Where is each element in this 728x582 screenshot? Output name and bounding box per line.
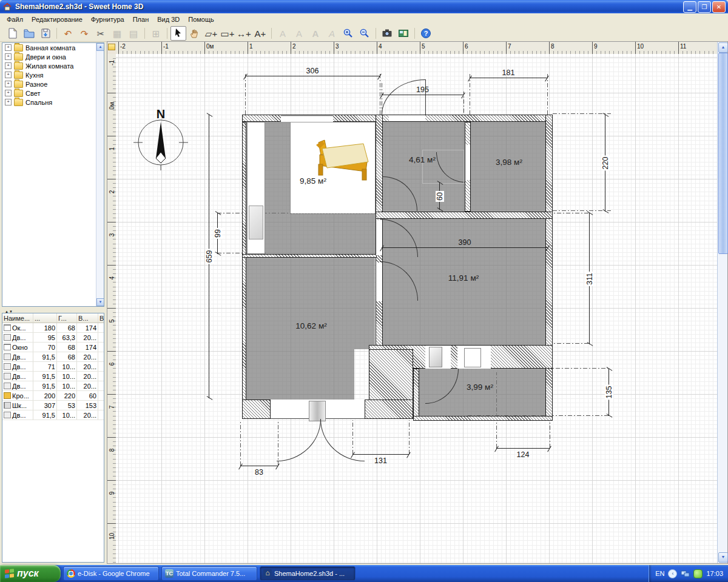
visible-checkbox[interactable]: ✔ [104, 392, 104, 400]
scroll-down-icon[interactable]: ▼ [96, 298, 104, 306]
sidebar-item-category[interactable]: +Кухня [2, 70, 104, 79]
zoom-out-button[interactable] [357, 26, 372, 41]
scroll-down-icon[interactable]: ▼ [718, 552, 728, 563]
room-area-label[interactable]: 9,85 м² [300, 176, 326, 186]
hide-icons-button[interactable]: ‹ [668, 569, 677, 578]
dimension[interactable]: 311 [589, 213, 590, 344]
table-row[interactable]: Дв...91,510...20...✔ [2, 372, 104, 381]
network-icon[interactable] [681, 569, 690, 578]
table-row[interactable]: Ок...18068174✔ [2, 323, 104, 333]
video-button[interactable] [396, 26, 411, 41]
visible-checkbox[interactable]: ✔ [104, 324, 104, 332]
wall-segment[interactable] [365, 400, 413, 419]
table-row[interactable]: Шк...30753153✔ [2, 401, 104, 410]
sidebar-item-category[interactable]: +Жилая комната [2, 61, 104, 70]
room-area-label[interactable]: 4,61 м² [409, 155, 436, 164]
dimension[interactable]: 659 [209, 115, 209, 398]
menu-item[interactable]: Файл [2, 15, 27, 24]
expand-toggle-icon[interactable]: + [5, 81, 12, 87]
wall-segment[interactable] [376, 212, 553, 219]
wall-segment[interactable] [413, 416, 553, 421]
menu-item[interactable]: Фурнитура [87, 15, 129, 24]
increase-text-style-button[interactable]: A [291, 26, 307, 41]
photo-button[interactable] [379, 26, 395, 41]
plan-canvas[interactable]: N [116, 54, 718, 563]
cut-button[interactable]: ✂ [93, 26, 109, 41]
updater-icon[interactable] [693, 569, 703, 578]
column-header[interactable]: ... [33, 313, 57, 323]
compass-rose[interactable]: N [133, 105, 189, 173]
table-row[interactable]: Дв...91,510...20...✔ [2, 381, 104, 391]
create-walls-button[interactable]: ▱+ [203, 26, 219, 41]
dimension[interactable]: 181 [470, 78, 547, 78]
catalog-scrollbar[interactable]: ▲ ▼ [96, 43, 104, 306]
visible-checkbox[interactable]: ✔ [104, 382, 104, 390]
help-button[interactable]: ? [418, 26, 434, 41]
close-button[interactable]: ✕ [712, 1, 726, 13]
furniture[interactable] [249, 206, 263, 239]
wall-segment[interactable] [242, 400, 271, 419]
wall-segment[interactable] [242, 122, 246, 401]
create-dimensions-button[interactable]: ↔+ [236, 26, 252, 41]
sidebar-item-category[interactable]: +Спальня [2, 98, 104, 107]
table-row[interactable]: Кро...20022060✔ [2, 391, 104, 401]
visible-checkbox[interactable]: ✔ [104, 353, 104, 361]
taskbar-task[interactable]: ⌂ShemaHome2.sh3d - ... [260, 566, 356, 581]
sidebar-item-category[interactable]: +Двери и окна [2, 52, 104, 61]
expand-toggle-icon[interactable]: + [5, 99, 12, 105]
dimension[interactable]: 135 [608, 369, 609, 416]
table-row[interactable]: Дв...91,56820...✔ [2, 352, 104, 362]
room-area-label[interactable]: 10,62 м² [295, 321, 326, 330]
column-header[interactable]: Наиме... [2, 313, 33, 323]
taskbar-task[interactable]: e-Disk - Google Chrome [63, 566, 159, 581]
dimension[interactable]: 390 [382, 247, 548, 248]
restore-button[interactable]: ❐ [698, 1, 711, 13]
italic-button[interactable]: A [324, 26, 340, 41]
visible-checkbox[interactable]: ✔ [104, 401, 104, 409]
dimension[interactable]: 220 [605, 115, 605, 212]
scrollbar-thumb[interactable] [718, 53, 728, 254]
door-arc[interactable] [382, 79, 425, 115]
zoom-in-button[interactable] [340, 26, 356, 41]
room-area-label[interactable]: 3,99 м² [467, 383, 493, 392]
expand-toggle-icon[interactable]: + [5, 53, 12, 60]
plan-panel[interactable]: -2-10м1234567891011 -10м12345678910 N [107, 41, 728, 564]
dimension[interactable]: 83 [240, 466, 278, 466]
sidebar-item-category[interactable]: +Ванная комната [2, 43, 104, 52]
room-area-label[interactable]: 3,98 м² [496, 158, 522, 167]
add-text-button[interactable]: A+ [252, 26, 268, 41]
add-furniture-button[interactable]: ⊞ [148, 26, 164, 41]
table-row[interactable]: Окно7068174✔ [2, 343, 104, 352]
plan-scrollbar[interactable]: ▲ ▼ [717, 42, 727, 563]
dimension[interactable]: 195 [382, 95, 463, 95]
column-header[interactable]: Ви... [98, 313, 104, 323]
copy-button[interactable]: ▦ [109, 26, 125, 41]
undo-button[interactable]: ↶ [60, 26, 76, 41]
dimension[interactable]: 124 [496, 448, 550, 449]
expand-toggle-icon[interactable]: + [5, 62, 12, 69]
door-arc[interactable] [320, 419, 365, 461]
redo-button[interactable]: ↷ [76, 26, 92, 41]
open-button[interactable] [21, 26, 37, 41]
column-header[interactable]: Г... [57, 313, 77, 323]
wall-segment[interactable] [413, 369, 419, 418]
dimension[interactable]: 131 [352, 454, 409, 455]
bold-button[interactable]: A [308, 26, 323, 41]
visible-checkbox[interactable]: ✔ [104, 363, 104, 370]
dimension[interactable]: 60 [439, 182, 440, 210]
table-row[interactable]: Дв...9563,320...✔ [2, 333, 104, 343]
furniture[interactable] [464, 348, 481, 367]
furniture[interactable] [429, 347, 442, 367]
create-rooms-button[interactable]: ▭+ [220, 26, 235, 41]
menu-item[interactable]: Помощь [184, 15, 218, 24]
room-area-label[interactable]: 11,91 м² [448, 273, 479, 283]
visible-checkbox[interactable]: ✔ [104, 411, 104, 419]
visible-checkbox[interactable]: ✔ [104, 333, 104, 341]
menu-item[interactable]: Вид 3D [153, 15, 184, 24]
pan-button[interactable] [187, 26, 203, 41]
table-row[interactable]: Дв...91,510...20...✔ [2, 410, 104, 420]
select-button[interactable] [170, 26, 186, 41]
scroll-up-icon[interactable]: ▲ [96, 43, 104, 51]
sidebar-item-category[interactable]: +Разное [2, 79, 104, 89]
dimension[interactable]: 99 [217, 213, 218, 254]
